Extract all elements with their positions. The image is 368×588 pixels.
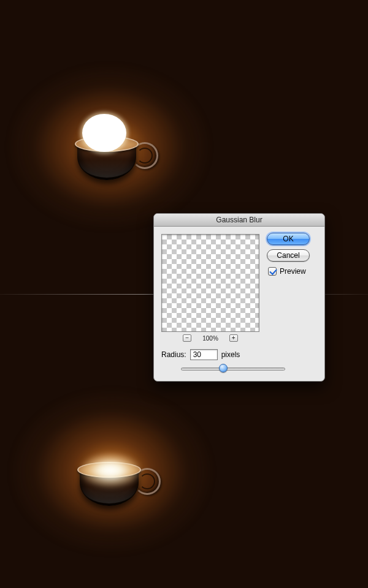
- highlight-blurred: [81, 453, 140, 488]
- zoom-controls: − 100% +: [161, 334, 259, 342]
- cancel-button[interactable]: Cancel: [267, 249, 310, 262]
- check-icon: [268, 267, 277, 276]
- ok-button[interactable]: OK: [267, 233, 310, 245]
- slider-track: [181, 368, 285, 371]
- radius-label: Radius:: [161, 350, 186, 359]
- preview-toggle[interactable]: Preview: [268, 267, 306, 276]
- zoom-in-button[interactable]: +: [229, 334, 238, 342]
- highlight-unblurred: [82, 114, 126, 152]
- preview-toggle-label: Preview: [280, 267, 306, 276]
- radius-row: Radius: pixels: [161, 349, 240, 360]
- radius-slider[interactable]: [181, 364, 285, 374]
- filter-preview[interactable]: [161, 234, 259, 332]
- dialog-buttons: OK Cancel Preview: [267, 233, 317, 276]
- dialog-title: Gaussian Blur: [154, 214, 324, 227]
- radius-unit-label: pixels: [221, 350, 240, 359]
- zoom-percent-label: 100%: [202, 335, 218, 342]
- zoom-out-button[interactable]: −: [183, 334, 191, 342]
- radius-input[interactable]: [190, 349, 218, 360]
- slider-thumb[interactable]: [219, 364, 228, 372]
- dialog-body: − 100% + OK Cancel Preview Radius: pixel…: [154, 227, 324, 381]
- gaussian-blur-dialog: Gaussian Blur − 100% + OK Cancel Preview…: [153, 213, 325, 382]
